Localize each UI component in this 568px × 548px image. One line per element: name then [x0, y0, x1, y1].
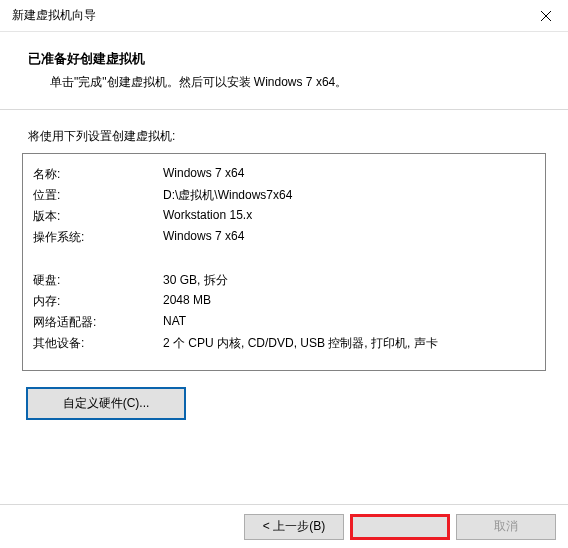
customize-row: 自定义硬件(C)...	[0, 371, 568, 424]
summary-key: 其他设备:	[33, 335, 163, 352]
summary-key: 操作系统:	[33, 229, 163, 246]
cancel-button[interactable]: 取消	[456, 514, 556, 540]
summary-key: 内存:	[33, 293, 163, 310]
cancel-button-label: 取消	[494, 518, 518, 535]
summary-val: Workstation 15.x	[163, 208, 535, 225]
summary-row-other: 其他设备: 2 个 CPU 内核, CD/DVD, USB 控制器, 打印机, …	[33, 335, 535, 352]
summary-val: D:\虚拟机\Windows7x64	[163, 187, 535, 204]
back-button[interactable]: < 上一步(B)	[244, 514, 344, 540]
titlebar: 新建虚拟机向导	[0, 0, 568, 32]
summary-row-name: 名称: Windows 7 x64	[33, 166, 535, 183]
wizard-footer: < 上一步(B) 完成 取消	[0, 504, 568, 548]
summary-row-version: 版本: Workstation 15.x	[33, 208, 535, 225]
summary-row-location: 位置: D:\虚拟机\Windows7x64	[33, 187, 535, 204]
window-title: 新建虚拟机向导	[12, 7, 96, 24]
summary-key: 名称:	[33, 166, 163, 183]
page-subtitle: 单击"完成"创建虚拟机。然后可以安装 Windows 7 x64。	[28, 74, 540, 91]
close-button[interactable]	[536, 6, 556, 26]
summary-val: 2048 MB	[163, 293, 535, 310]
summary-val: 30 GB, 拆分	[163, 272, 535, 289]
summary-row-os: 操作系统: Windows 7 x64	[33, 229, 535, 246]
close-icon	[541, 11, 551, 21]
summary-key: 位置:	[33, 187, 163, 204]
summary-row-disk: 硬盘: 30 GB, 拆分	[33, 272, 535, 289]
summary-box: 名称: Windows 7 x64 位置: D:\虚拟机\Windows7x64…	[22, 153, 546, 371]
summary-key: 硬盘:	[33, 272, 163, 289]
summary-row-network: 网络适配器: NAT	[33, 314, 535, 331]
summary-row-memory: 内存: 2048 MB	[33, 293, 535, 310]
summary-val: NAT	[163, 314, 535, 331]
summary-key: 版本:	[33, 208, 163, 225]
summary-val: 2 个 CPU 内核, CD/DVD, USB 控制器, 打印机, 声卡	[163, 335, 535, 352]
customize-hardware-button[interactable]: 自定义硬件(C)...	[26, 387, 186, 420]
page-title: 已准备好创建虚拟机	[28, 50, 540, 68]
summary-key: 网络适配器:	[33, 314, 163, 331]
summary-val: Windows 7 x64	[163, 166, 535, 183]
section-label: 将使用下列设置创建虚拟机:	[0, 110, 568, 153]
wizard-header: 已准备好创建虚拟机 单击"完成"创建虚拟机。然后可以安装 Windows 7 x…	[0, 32, 568, 103]
finish-button[interactable]: 完成	[350, 514, 450, 540]
summary-val: Windows 7 x64	[163, 229, 535, 246]
